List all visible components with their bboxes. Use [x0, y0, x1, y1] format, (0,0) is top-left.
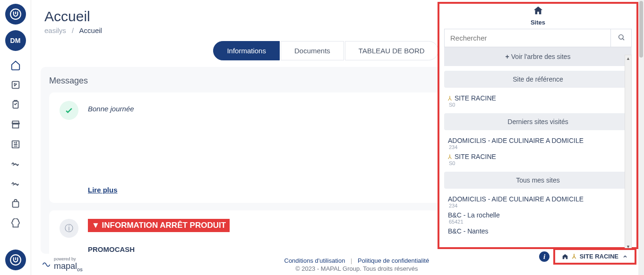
site-item-racine-recent[interactable]: ⅄SITE RACINE S0 — [448, 151, 632, 167]
promo-label: PROMOCASH — [88, 245, 230, 253]
home-panel-icon — [532, 6, 544, 16]
site-item-bc-nantes[interactable]: B&C - Nantes — [448, 225, 632, 236]
panel-title: Sites — [439, 19, 636, 26]
site-search-input[interactable] — [445, 29, 610, 47]
bag-icon[interactable] — [7, 195, 24, 212]
info-button[interactable]: i — [539, 251, 550, 262]
tab-tableau[interactable]: TABLEAU DE BORD — [345, 41, 438, 60]
tree-node-icon: ⅄ — [572, 253, 576, 260]
store-icon[interactable] — [7, 116, 24, 133]
view-site-tree-button[interactable]: +Voir l'arbre des sites — [444, 47, 632, 66]
invoice-icon[interactable] — [7, 136, 24, 153]
app-logo-bottom[interactable] — [5, 250, 26, 270]
edit-icon[interactable] — [7, 76, 24, 93]
tab-informations[interactable]: Informations — [213, 41, 280, 60]
clipboard-icon[interactable] — [7, 96, 24, 113]
current-site-button[interactable]: ⅄ SITE RACINE — [553, 248, 636, 265]
chevron-up-icon — [622, 254, 628, 259]
panel-scrollbar[interactable]: ▲ ▼ — [625, 55, 632, 251]
terms-link[interactable]: Conditions d'utilisation — [284, 257, 345, 264]
site-item-adomicilis[interactable]: ADOMICILIS - AIDE CULINAIRE A DOMICILE 2… — [448, 135, 632, 151]
app-logo[interactable] — [5, 4, 26, 25]
search-button[interactable] — [610, 29, 631, 47]
copyright: © 2023 - MAPAL Group. Tous droits réserv… — [281, 265, 433, 272]
privacy-link[interactable]: Politique de confidentialité — [358, 257, 429, 264]
messages-title: Messages — [49, 76, 88, 86]
breadcrumb-root[interactable]: easilys — [44, 26, 66, 34]
alert-banner: ▼ INFORMATION ARRÊT PRODUIT — [88, 219, 230, 232]
user-avatar[interactable]: DM — [5, 30, 26, 51]
tree-node-icon: ⅄ — [448, 153, 452, 160]
footer: powered by mapalos Conditions d'utilisat… — [31, 254, 644, 275]
chef-hat-icon[interactable] — [7, 215, 24, 232]
svg-point-6 — [618, 35, 623, 39]
handshake-icon[interactable] — [7, 156, 24, 173]
site-item-bc-larochelle[interactable]: B&C - La rochelle 65421 — [448, 209, 632, 225]
section-all: Tous mes sites — [444, 172, 632, 189]
site-panel: Sites +Voir l'arbre des sites Site de ré… — [438, 2, 638, 249]
home-icon[interactable] — [7, 57, 24, 74]
read-more-link[interactable]: Lire plus — [88, 186, 118, 194]
left-sidebar: DM — [0, 0, 31, 275]
breadcrumb-current: Accueil — [79, 26, 102, 34]
search-icon — [618, 33, 625, 41]
check-icon — [60, 101, 78, 120]
page-scrollbar[interactable] — [638, 0, 644, 275]
section-recent: Derniers sites visités — [444, 113, 632, 130]
message-text: Bonne journée — [88, 105, 134, 113]
svg-rect-4 — [12, 201, 18, 207]
home-small-icon — [562, 253, 568, 260]
site-item-racine[interactable]: ⅄SITE RACINE S0 — [448, 92, 632, 108]
powered-by: powered by mapalos — [42, 257, 83, 272]
info-icon: ⓘ — [60, 219, 78, 238]
tree-node-icon: ⅄ — [448, 95, 452, 102]
tab-documents[interactable]: Documents — [281, 41, 344, 60]
section-reference: Site de référence — [444, 71, 632, 88]
site-item-adomicilis-all[interactable]: ADOMICILIS - AIDE CULINAIRE A DOMICILE 2… — [448, 193, 632, 209]
handshake-icon-2[interactable] — [7, 175, 24, 192]
